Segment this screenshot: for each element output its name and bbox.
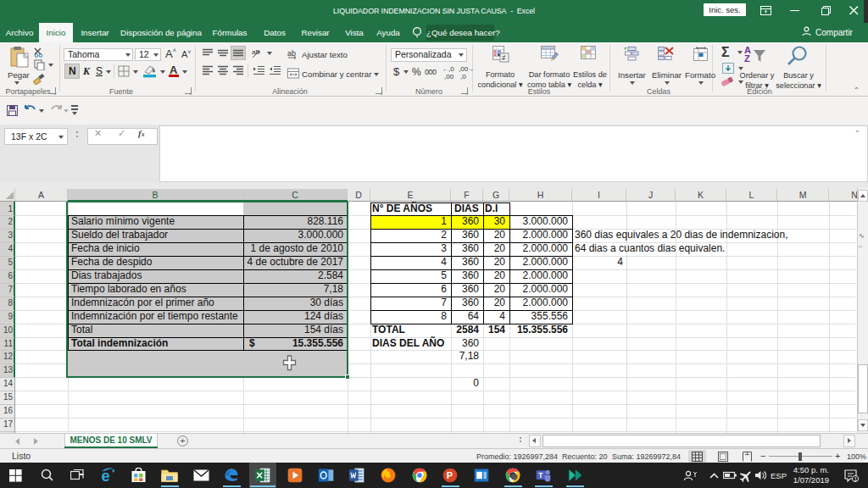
svg-text:T: T [538, 471, 542, 480]
svg-text:ab: ab [252, 48, 259, 56]
svg-text:≠: ≠ [502, 53, 506, 62]
svg-text:P: P [447, 470, 453, 480]
svg-text:1: 1 [854, 476, 858, 482]
